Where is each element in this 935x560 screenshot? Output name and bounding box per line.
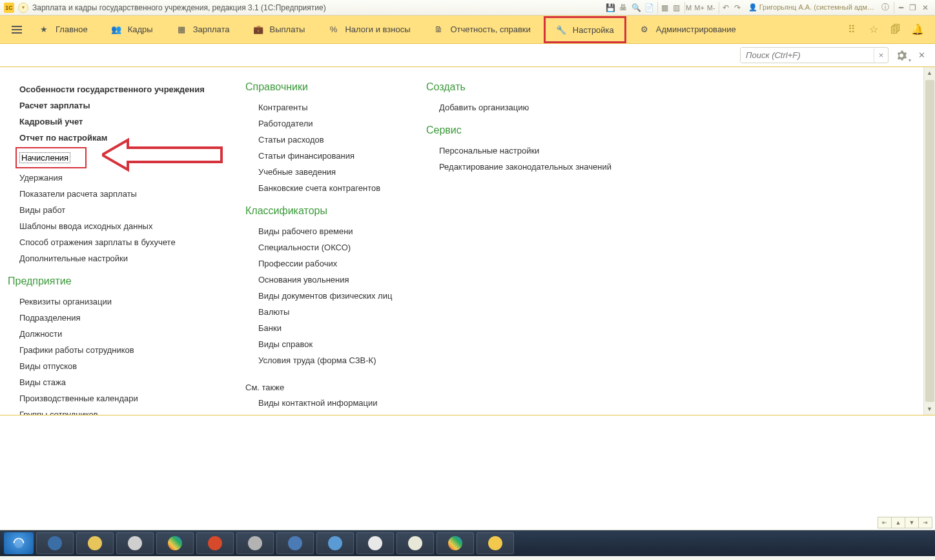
start-button[interactable] — [4, 532, 34, 554]
link-edit-legal-values[interactable]: Редактирование законодательных значений — [439, 159, 620, 174]
taskbar-item-11[interactable] — [437, 532, 474, 554]
clipboard-icon[interactable]: 🗐 — [886, 20, 905, 39]
link-accruals-highlight: Начисления — [15, 147, 87, 168]
wrench-icon: 🔧 — [556, 25, 566, 35]
link-departments[interactable]: Подразделения — [19, 310, 220, 325]
taskbar-item-10[interactable] — [396, 532, 434, 554]
link-bank-accounts[interactable]: Банковские счета контрагентов — [258, 181, 400, 195]
panel-btn-last[interactable]: ⇥ — [918, 517, 932, 528]
link-prod-calendars[interactable]: Производственные календари — [19, 391, 220, 406]
taskbar-item-3[interactable] — [116, 532, 154, 554]
current-user-label[interactable]: 👤 Григорьянц А.А. (системный адм… — [745, 3, 878, 12]
settings-dropdown-button[interactable]: ▾ — [892, 46, 910, 65]
link-hr[interactable]: Кадровый учет — [19, 114, 220, 129]
link-work-schedules[interactable]: Графики работы сотрудников — [19, 343, 220, 357]
link-extra-settings[interactable]: Дополнительные настройки — [19, 251, 220, 266]
panel-btn-first[interactable]: ⇤ — [878, 517, 892, 528]
scroll-down-icon[interactable]: ▼ — [924, 403, 936, 415]
link-org-details[interactable]: Реквизиты организации — [19, 294, 220, 309]
panel-btn-down[interactable]: ▼ — [905, 517, 919, 528]
link-add-org[interactable]: Добавить организацию — [439, 100, 620, 115]
link-gov-features[interactable]: Особенности государственного учреждения — [19, 82, 220, 97]
link-contact-info-types[interactable]: Виды контактной информации — [258, 395, 400, 410]
link-counterparties[interactable]: Контрагенты — [258, 100, 400, 115]
link-specialties[interactable]: Специальности (ОКСО) — [258, 240, 400, 255]
link-deductions[interactable]: Удержания — [19, 170, 220, 185]
link-salary-reflect[interactable]: Способ отражения зарплаты в бухучете — [19, 235, 220, 250]
taskbar-item-6[interactable] — [236, 532, 274, 554]
memory-mminus-button[interactable]: M- — [706, 2, 716, 14]
nav-settings[interactable]: 🔧 Настройка — [544, 16, 626, 43]
history-dropdown-icon[interactable]: ▾ — [18, 3, 28, 13]
save-icon[interactable]: 💾 — [604, 2, 616, 14]
memory-m-button[interactable]: M — [684, 2, 692, 14]
window-title: Зарплата и кадры государственного учрежд… — [32, 3, 326, 12]
nav-reports[interactable]: 🗎 Отчетность, справки — [424, 15, 541, 44]
vertical-scrollbar[interactable]: ▲ ▼ — [923, 67, 935, 415]
memory-mplus-button[interactable]: M+ — [694, 2, 705, 14]
copy-icon[interactable]: 📄 — [643, 2, 655, 14]
nav-personnel[interactable]: 👥 Кадры — [101, 15, 163, 44]
link-seniority-types[interactable]: Виды стажа — [19, 375, 220, 390]
link-banks[interactable]: Банки — [258, 321, 400, 335]
link-vacation-types[interactable]: Виды отпусков — [19, 359, 220, 374]
panel-btn-up[interactable]: ▲ — [891, 517, 905, 528]
link-id-doc-types[interactable]: Виды документов физических лиц — [258, 288, 400, 303]
maximize-button[interactable]: ❐ — [907, 2, 918, 14]
link-expenses[interactable]: Статьи расходов — [258, 132, 400, 147]
link-universities[interactable]: Учебные заведения — [258, 165, 400, 179]
link-work-types[interactable]: Виды работ — [19, 203, 220, 217]
nav-payments[interactable]: 💼 Выплаты — [243, 15, 316, 44]
link-salary-calc[interactable]: Расчет зарплаты — [19, 98, 220, 113]
link-employers[interactable]: Работодатели — [258, 116, 400, 131]
link-currencies[interactable]: Валюты — [258, 305, 400, 319]
link-calc-indicators[interactable]: Показатели расчета зарплаты — [19, 186, 220, 201]
forward-icon[interactable]: ↷ — [732, 2, 743, 14]
taskbar-item-4[interactable] — [156, 532, 194, 554]
scroll-thumb[interactable] — [925, 80, 934, 402]
print-icon[interactable]: 🖶 — [617, 2, 629, 14]
preview-icon[interactable]: 🔍 — [630, 2, 642, 14]
settings-col3: Создать Добавить организацию Сервис Перс… — [426, 81, 620, 415]
taskbar-item-12[interactable] — [477, 532, 514, 554]
scroll-up-icon[interactable]: ▲ — [924, 67, 936, 79]
taskbar-item-9[interactable] — [356, 532, 394, 554]
link-worker-prof[interactable]: Профессии рабочих — [258, 256, 400, 271]
nav-personnel-label: Кадры — [128, 25, 153, 34]
bell-icon[interactable]: 🔔 — [908, 20, 927, 39]
taskbar-item-1[interactable] — [36, 532, 74, 554]
apps-grid-icon[interactable]: ⠿ — [842, 20, 861, 39]
link-settings-report[interactable]: Отчет по настройкам — [19, 130, 220, 145]
nav-main[interactable]: ★ Главное — [28, 15, 98, 44]
taskbar-item-7[interactable] — [276, 532, 314, 554]
nav-admin[interactable]: ⚙ Администрирование — [629, 15, 746, 44]
info-icon[interactable]: ⓘ — [879, 2, 891, 14]
calculator-icon[interactable]: ▥ — [670, 2, 682, 14]
link-work-conditions[interactable]: Условия труда (форма СЗВ-К) — [258, 353, 400, 368]
taskbar-item-2[interactable] — [76, 532, 114, 554]
link-accruals[interactable]: Начисления — [19, 152, 70, 163]
calendar-icon[interactable]: ▦ — [657, 2, 669, 14]
hamburger-menu-icon[interactable] — [8, 21, 26, 39]
favorite-star-icon[interactable]: ☆ — [864, 20, 883, 39]
link-positions[interactable]: Должности — [19, 326, 220, 341]
close-button[interactable]: ✕ — [920, 2, 931, 14]
back-icon[interactable]: ↶ — [719, 2, 730, 14]
search-input[interactable] — [741, 48, 874, 63]
link-worktime-types[interactable]: Виды рабочего времени — [258, 224, 400, 239]
close-panel-button[interactable]: ✕ — [914, 48, 929, 63]
taskbar-item-8[interactable] — [316, 532, 354, 554]
nav-taxes[interactable]: % Налоги и взносы — [318, 15, 420, 44]
link-cert-types[interactable]: Виды справок — [258, 337, 400, 352]
link-input-templates[interactable]: Шаблоны ввода исходных данных — [19, 219, 220, 234]
search-clear-button[interactable]: × — [874, 48, 888, 63]
section-create: Создать — [426, 81, 620, 93]
minimize-button[interactable]: ━ — [894, 2, 905, 14]
link-personal-settings[interactable]: Персональные настройки — [439, 143, 620, 158]
taskbar-item-5[interactable] — [196, 532, 234, 554]
nav-salary[interactable]: ▦ Зарплата — [166, 15, 240, 44]
section-classifiers: Классификаторы — [245, 205, 400, 217]
link-dismissal[interactable]: Основания увольнения — [258, 272, 400, 287]
link-financing[interactable]: Статьи финансирования — [258, 148, 400, 163]
link-employee-groups[interactable]: Группы сотрудников — [19, 407, 220, 415]
